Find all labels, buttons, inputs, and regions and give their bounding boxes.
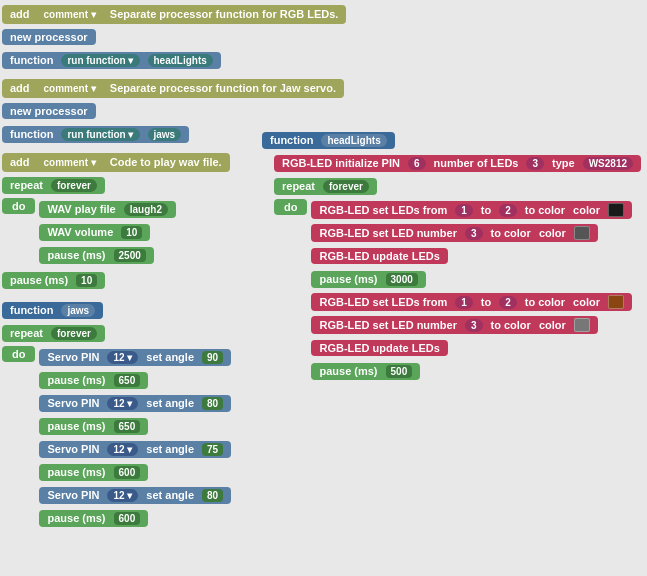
do-text-2: do	[12, 348, 25, 360]
servo-1-label: Servo PIN	[47, 351, 99, 363]
rgb-setnum2-color-word: color	[539, 319, 566, 331]
new-processor-1: new processor	[2, 29, 96, 45]
servo-4-block: Servo PIN 12 ▾ set angle 80	[39, 487, 231, 504]
color-swatch-brown-1[interactable]	[608, 295, 624, 309]
rgb-set2-color-label: to color	[525, 296, 565, 308]
servo-3-angle[interactable]: 75	[202, 443, 223, 456]
comment-text-rgb: Separate processor function for RGB LEDs…	[110, 8, 339, 20]
add-label-3: add	[10, 156, 30, 168]
wav-volume-block: WAV volume 10	[39, 224, 150, 241]
rgb-repeat-label: repeat	[282, 180, 315, 192]
color-swatch-gray-2[interactable]	[574, 318, 590, 332]
servo-2-angle[interactable]: 80	[202, 397, 223, 410]
wav-play-label: WAV play file	[47, 203, 115, 215]
servo-1-block: Servo PIN 12 ▾ set angle 90	[39, 349, 231, 366]
rgb-update1-label: RGB-LED update LEDs	[319, 250, 439, 262]
run-function-pill-1[interactable]: run function ▾	[61, 54, 139, 67]
pause-servo-4-value[interactable]: 600	[114, 512, 141, 525]
pause-servo-3-value[interactable]: 600	[114, 466, 141, 479]
comment-pill-3[interactable]: comment ▾	[38, 156, 102, 169]
rgb-update-1: RGB-LED update LEDs	[311, 248, 447, 264]
servo-1-pin[interactable]: 12 ▾	[107, 351, 138, 364]
repeat-forever-1: repeat forever	[2, 177, 105, 194]
pause-servo-3-label: pause (ms)	[47, 466, 105, 478]
wav-file-pill[interactable]: laugh2	[124, 203, 168, 216]
rgb-set1-to[interactable]: 2	[499, 204, 517, 217]
function-keyword-1: function	[10, 54, 53, 66]
servo-3-angle-label: set angle	[146, 443, 194, 455]
servo-2-pin[interactable]: 12 ▾	[107, 397, 138, 410]
rgb-set-num-2: RGB-LED set LED number 3 to color color	[311, 316, 597, 334]
forever-pill-1[interactable]: forever	[51, 179, 97, 192]
pause-servo-1-value[interactable]: 650	[114, 374, 141, 387]
rgb-set1-label: RGB-LED set LEDs from	[319, 204, 447, 216]
comment-jaw-block: add comment ▾ Separate processor functio…	[2, 79, 344, 98]
function-jaws-def-block: function jaws	[2, 302, 103, 319]
rgb-init-block: RGB-LED initialize PIN 6 number of LEDs …	[274, 155, 641, 172]
comment-pill[interactable]: comment ▾	[38, 8, 102, 21]
wav-volume-value[interactable]: 10	[121, 226, 142, 239]
new-processor-label-2: new processor	[10, 105, 88, 117]
jaws-name-pill[interactable]: jaws	[148, 128, 182, 141]
rgb-set1-color-word: color	[573, 204, 600, 216]
rgb-setnum2-color-label: to color	[491, 319, 531, 331]
wav-volume-label: WAV volume	[47, 226, 113, 238]
pause-rgb-1-value[interactable]: 3000	[386, 273, 418, 286]
rgb-set1-from[interactable]: 1	[455, 204, 473, 217]
rgb-repeat-forever: repeat forever	[274, 178, 377, 195]
forever-pill-2[interactable]: forever	[51, 327, 97, 340]
rgb-num-label: number of LEDs	[434, 157, 519, 169]
rgb-num-val[interactable]: 3	[526, 157, 544, 170]
rgb-do-text: do	[284, 201, 297, 213]
servo-1-angle[interactable]: 90	[202, 351, 223, 364]
rgb-forever-pill[interactable]: forever	[323, 180, 369, 193]
servo-1-angle-label: set angle	[146, 351, 194, 363]
pause-servo-1-label: pause (ms)	[47, 374, 105, 386]
rgb-init-pin[interactable]: 6	[408, 157, 426, 170]
rgb-setnum1-color-word: color	[539, 227, 566, 239]
rgb-set2-to[interactable]: 2	[499, 296, 517, 309]
wav-play-block: WAV play file laugh2	[39, 201, 176, 218]
comment-pill-2[interactable]: comment ▾	[38, 82, 102, 95]
pause-rgb-2-label: pause (ms)	[319, 365, 377, 377]
servo-2-angle-label: set angle	[146, 397, 194, 409]
rgb-setnum2-val[interactable]: 3	[465, 319, 483, 332]
servo-4-pin[interactable]: 12 ▾	[107, 489, 138, 502]
color-swatch-dark-1[interactable]	[608, 203, 624, 217]
comment-rgb-block: add comment ▾ Separate processor functio…	[2, 5, 346, 24]
run-function-pill-2[interactable]: run function ▾	[61, 128, 139, 141]
rgb-set-leds-1: RGB-LED set LEDs from 1 to 2 to color co…	[311, 201, 632, 219]
pause-servo-2-value[interactable]: 650	[114, 420, 141, 433]
pause-rgb-1-label: pause (ms)	[319, 273, 377, 285]
servo-4-angle[interactable]: 80	[202, 489, 223, 502]
headlights-name-pill[interactable]: headLights	[148, 54, 213, 67]
func-hl-name[interactable]: headLights	[321, 134, 386, 147]
pause-10-value[interactable]: 10	[76, 274, 97, 287]
pause-servo-3: pause (ms) 600	[39, 464, 148, 481]
pause-servo-2: pause (ms) 650	[39, 418, 148, 435]
pause-rgb-2-value[interactable]: 500	[386, 365, 413, 378]
repeat-label-2: repeat	[10, 327, 43, 339]
do-text-1: do	[12, 200, 25, 212]
new-processor-label-1: new processor	[10, 31, 88, 43]
servo-3-block: Servo PIN 12 ▾ set angle 75	[39, 441, 231, 458]
rgb-set2-label: RGB-LED set LEDs from	[319, 296, 447, 308]
pause-wav-value[interactable]: 2500	[114, 249, 146, 262]
pause-rgb-1: pause (ms) 3000	[311, 271, 425, 288]
rgb-setnum1-val[interactable]: 3	[465, 227, 483, 240]
rgb-type-label: type	[552, 157, 575, 169]
color-swatch-gray-1[interactable]	[574, 226, 590, 240]
servo-3-pin[interactable]: 12 ▾	[107, 443, 138, 456]
rgb-set2-to-label: to	[481, 296, 491, 308]
func-jaws-name-pill[interactable]: jaws	[61, 304, 95, 317]
comment-text-jaw: Separate processor function for Jaw serv…	[110, 82, 336, 94]
rgb-set-num-1: RGB-LED set LED number 3 to color color	[311, 224, 597, 242]
rgb-setnum2-label: RGB-LED set LED number	[319, 319, 457, 331]
rgb-set2-from[interactable]: 1	[455, 296, 473, 309]
pause-10-block: pause (ms) 10	[2, 272, 105, 289]
rgb-type-val[interactable]: WS2812	[583, 157, 633, 170]
do-label-1: do	[2, 198, 35, 214]
servo-2-label: Servo PIN	[47, 397, 99, 409]
function-headlights-def: function headLights	[262, 132, 395, 149]
function-jaws-call-block: function run function ▾ jaws	[2, 126, 189, 143]
